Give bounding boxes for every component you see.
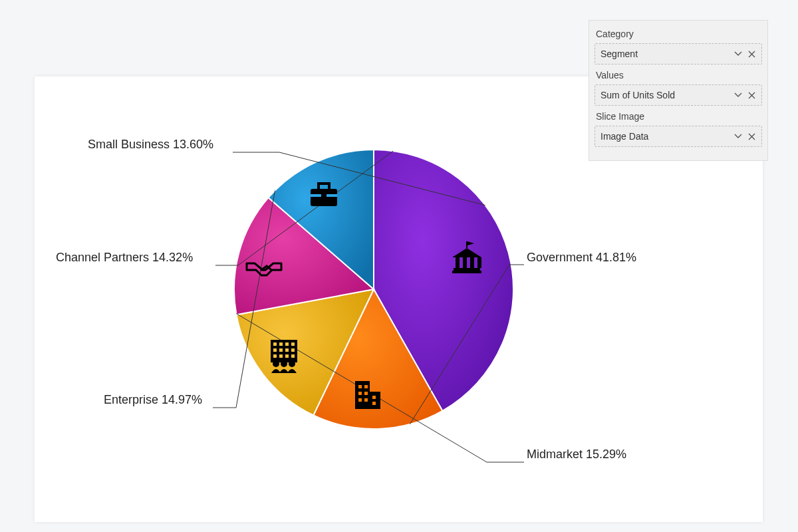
svg-rect-43	[321, 194, 327, 199]
svg-rect-2	[456, 257, 460, 268]
svg-rect-36	[285, 354, 289, 358]
svg-rect-31	[279, 348, 283, 352]
svg-rect-23	[40, 76, 43, 80]
close-icon[interactable]	[747, 132, 756, 141]
close-icon[interactable]	[747, 49, 756, 59]
svg-rect-11	[358, 392, 362, 395]
svg-rect-32	[285, 348, 289, 352]
svg-rect-0	[452, 271, 481, 273]
chevron-down-icon[interactable]	[733, 90, 743, 100]
well-value: Image Data	[600, 131, 648, 142]
svg-point-38	[273, 360, 279, 367]
slice-label-channel-partners: Channel Partners 14.32%	[56, 251, 193, 264]
svg-rect-22	[35, 79, 35, 82]
svg-rect-16	[372, 402, 376, 405]
well-label-values: Values	[596, 70, 761, 80]
svg-rect-29	[291, 342, 295, 346]
svg-rect-4	[470, 257, 474, 268]
well-category[interactable]: Segment	[595, 43, 762, 65]
svg-rect-10	[364, 385, 368, 388]
close-icon[interactable]	[747, 90, 756, 100]
svg-rect-3	[463, 257, 467, 268]
svg-rect-8	[370, 392, 380, 409]
svg-rect-9	[358, 385, 362, 388]
slice-label-enterprise: Enterprise 14.97%	[104, 393, 202, 406]
well-label-category: Category	[596, 29, 761, 39]
svg-rect-34	[273, 354, 277, 358]
svg-rect-26	[273, 342, 277, 346]
well-value: Sum of Units Sold	[600, 90, 675, 100]
chevron-down-icon[interactable]	[733, 49, 743, 59]
svg-rect-27	[279, 342, 283, 346]
svg-point-40	[289, 360, 295, 367]
well-slice-image[interactable]: Image Data	[595, 126, 762, 147]
svg-rect-35	[279, 354, 283, 358]
svg-rect-5	[477, 257, 481, 268]
svg-rect-30	[273, 348, 277, 352]
svg-rect-33	[291, 348, 295, 352]
chevron-down-icon[interactable]	[733, 132, 743, 141]
slice-label-government: Government 41.81%	[527, 251, 636, 264]
well-label-slice-image: Slice Image	[596, 111, 761, 122]
field-wells-panel: Category Segment Values Sum of Units Sol…	[589, 20, 768, 161]
svg-rect-37	[291, 354, 295, 358]
well-value: Segment	[600, 49, 638, 59]
slice-label-midmarket: Midmarket 15.29%	[527, 448, 626, 461]
svg-rect-24	[40, 82, 43, 86]
svg-rect-12	[364, 392, 368, 395]
well-values[interactable]: Sum of Units Sold	[595, 84, 762, 106]
svg-rect-15	[372, 396, 376, 399]
svg-point-39	[281, 360, 287, 367]
svg-rect-14	[364, 398, 368, 402]
slice-label-small-business: Small Business 13.60%	[88, 138, 213, 151]
svg-rect-6	[466, 241, 467, 248]
svg-rect-13	[358, 398, 362, 402]
svg-rect-28	[285, 342, 289, 346]
svg-rect-1	[454, 268, 480, 271]
